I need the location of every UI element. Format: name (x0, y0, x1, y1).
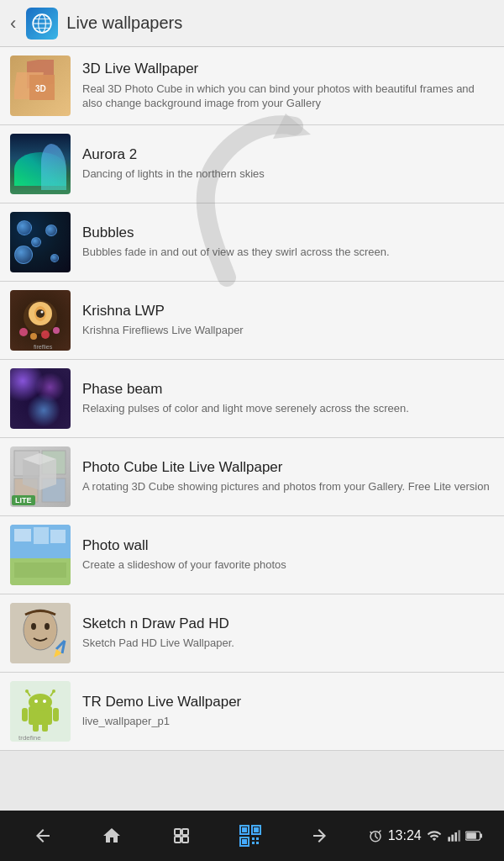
item-text: TR Demo Live Wallpaper live_wallpaper_p1 (82, 694, 494, 729)
list-item[interactable]: Bubbles Bubbles fade in and out of view … (0, 203, 504, 282)
item-thumbnail: LITE (10, 446, 71, 507)
svg-rect-61 (242, 827, 247, 832)
home-button[interactable] (91, 819, 133, 853)
svg-point-12 (36, 309, 45, 318)
list-item[interactable]: 3D 3D Live Wallpaper Real 3D Photo Cube … (0, 47, 504, 125)
item-thumbnail: fireflies (10, 290, 71, 351)
qr-button[interactable] (229, 819, 271, 853)
item-desc: Real 3D Photo Cube in which you can bind… (82, 82, 494, 111)
item-text: 3D Live Wallpaper Real 3D Photo Cube in … (82, 61, 494, 110)
item-title: Krishna LWP (82, 303, 494, 320)
item-text: Krishna LWP Krishna Firefliews Live Wall… (82, 303, 494, 338)
item-thumbnail (10, 134, 71, 194)
back-nav-button[interactable] (22, 819, 64, 853)
item-desc: A rotating 3D Cube showing pictures and … (82, 479, 494, 494)
svg-text:3D: 3D (35, 84, 46, 93)
status-time: 13:24 (388, 828, 422, 843)
svg-rect-75 (480, 834, 482, 838)
item-title: Photo wall (82, 537, 494, 554)
page-title: Live wallpapers (66, 13, 182, 33)
svg-rect-41 (22, 708, 28, 721)
svg-point-16 (41, 330, 50, 339)
item-text: Bubbles Bubbles fade in and out of view … (82, 224, 494, 260)
item-desc: Bubbles fade in and out of view as they … (82, 245, 494, 260)
svg-rect-28 (14, 529, 31, 541)
svg-rect-42 (53, 708, 59, 721)
svg-rect-54 (175, 829, 181, 835)
svg-rect-74 (466, 832, 476, 839)
list-item[interactable]: LITE Photo Cube Lite Live Wallpaper A ro… (0, 438, 504, 516)
item-desc: Relaxing pulses of color and light move … (82, 401, 494, 416)
svg-point-45 (29, 694, 52, 710)
svg-text:trdefine: trdefine (18, 734, 41, 742)
svg-rect-62 (254, 827, 259, 832)
svg-rect-72 (458, 830, 460, 841)
item-thumbnail (10, 368, 71, 429)
svg-point-51 (52, 689, 55, 693)
svg-point-50 (25, 689, 29, 693)
svg-rect-71 (454, 832, 457, 842)
nav-bar: 13:24 (0, 811, 504, 861)
item-desc: Sketch Pad HD Live Wallpaper. (82, 636, 494, 651)
svg-rect-43 (33, 721, 39, 732)
svg-rect-65 (256, 837, 259, 840)
svg-rect-29 (34, 527, 49, 544)
svg-point-13 (41, 311, 44, 314)
svg-rect-64 (252, 837, 255, 840)
lite-badge: LITE (12, 495, 35, 505)
item-text: Photo Cube Lite Live Wallpaper A rotatin… (82, 459, 494, 494)
svg-rect-55 (182, 829, 188, 835)
title-icon (26, 8, 58, 40)
item-title: TR Demo Live Wallpaper (82, 694, 494, 710)
item-thumbnail (10, 212, 71, 272)
item-desc: Krishna Firefliews Live Wallpaper (82, 323, 494, 338)
item-text: Photo wall Create a slideshow of your fa… (82, 537, 494, 573)
svg-point-33 (24, 610, 57, 650)
item-title: Aurora 2 (82, 146, 494, 163)
list-item[interactable]: fireflies Krishna LWP Krishna Firefliews… (0, 282, 504, 360)
list-item[interactable]: Phase beam Relaxing pulses of color and … (0, 360, 504, 438)
svg-point-14 (19, 328, 28, 336)
svg-rect-66 (252, 842, 255, 844)
item-desc: Create a slideshow of your favorite phot… (82, 557, 494, 573)
svg-point-46 (34, 700, 38, 703)
item-thumbnail: 3D (10, 55, 71, 116)
item-title: Photo Cube Lite Live Wallpaper (82, 459, 494, 476)
svg-point-35 (45, 623, 50, 630)
item-thumbnail: trdefine (10, 681, 71, 742)
svg-text:fireflies: fireflies (34, 344, 53, 350)
list-item[interactable]: Aurora 2 Dancing of lights in the northe… (0, 125, 504, 203)
svg-rect-67 (256, 842, 259, 844)
item-thumbnail (10, 525, 71, 585)
svg-rect-57 (182, 837, 188, 843)
item-title: 3D Live Wallpaper (82, 61, 494, 77)
svg-rect-63 (242, 839, 247, 844)
item-title: Phase beam (82, 381, 494, 398)
title-bar: ‹ Live wallpapers (0, 0, 504, 47)
svg-rect-31 (14, 563, 66, 578)
svg-rect-30 (50, 530, 66, 543)
list-item[interactable]: trdefine TR Demo Live Wallpaper live_wal… (0, 673, 504, 751)
back-button[interactable]: ‹ (10, 13, 16, 34)
item-title: Sketch n Draw Pad HD (82, 615, 494, 632)
item-desc: live_wallpaper_p1 (82, 714, 494, 729)
svg-point-47 (43, 700, 46, 703)
item-thumbnail (10, 603, 71, 663)
item-desc: Dancing of lights in the northern skies (82, 166, 494, 182)
wallpaper-list: 3D 3D Live Wallpaper Real 3D Photo Cube … (0, 47, 504, 811)
svg-rect-56 (175, 837, 181, 843)
item-title: Bubbles (82, 224, 494, 241)
svg-point-17 (53, 327, 60, 334)
status-area: 13:24 (368, 828, 482, 843)
recents-button[interactable] (160, 819, 202, 853)
svg-point-34 (31, 623, 36, 630)
svg-rect-44 (42, 721, 48, 732)
svg-rect-70 (451, 835, 454, 842)
list-item[interactable]: Sketch n Draw Pad HD Sketch Pad HD Live … (0, 594, 504, 673)
svg-point-15 (30, 333, 37, 340)
item-text: Aurora 2 Dancing of lights in the northe… (82, 146, 494, 182)
list-item[interactable]: Photo wall Create a slideshow of your fa… (0, 516, 504, 594)
menu-button[interactable] (298, 819, 340, 853)
item-text: Phase beam Relaxing pulses of color and … (82, 381, 494, 416)
item-text: Sketch n Draw Pad HD Sketch Pad HD Live … (82, 615, 494, 651)
